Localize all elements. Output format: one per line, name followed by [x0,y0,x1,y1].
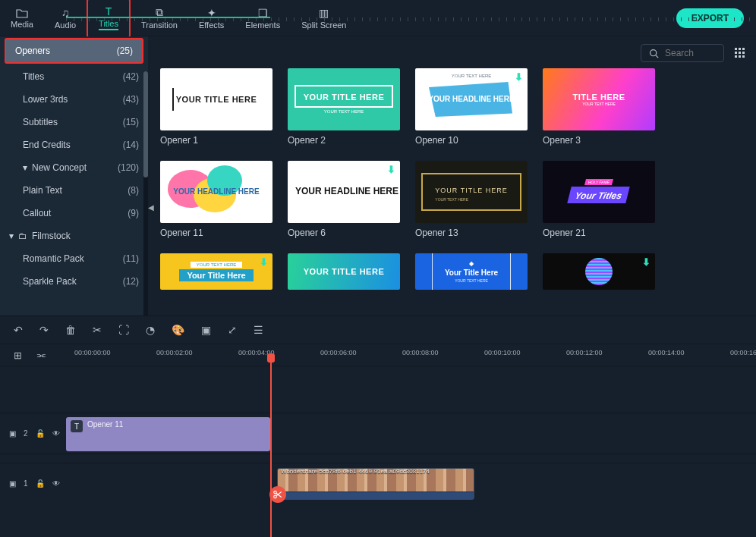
playhead[interactable] [270,355,272,537]
sidebar-item-end-credits[interactable]: End Credits (14) [0,133,148,156]
chevron-down-icon: ▾ [23,162,27,173]
lock-icon[interactable]: 🔓 [36,429,45,438]
eye-icon[interactable]: 👁 [52,429,60,438]
category-sidebar: Openers (25) Titles (42) Lower 3rds (43)… [0,36,148,316]
title-clip[interactable]: T Opener 11 [66,417,270,451]
collapse-sidebar-icon[interactable]: ◀ [148,203,154,212]
svg-rect-3 [742,48,745,50]
expand-icon[interactable]: ⤢ [228,324,237,336]
download-icon: ⬇ [642,256,650,268]
template-card[interactable]: YOUR HEADLINE HERE⬇ Opener 6 [288,161,400,238]
search-bar [148,36,756,68]
template-card[interactable]: TITLE HEREYOUR TEXT HERE Opener 3 [543,68,655,146]
link-icon[interactable]: ⫘ [36,350,46,361]
edit-toolbar: ↶ ↷ 🗑 ✂ ⛶ ◔ 🎨 ▣ ⤢ ☰ [0,316,756,344]
track-title: ▣ 2 🔓 👁 T Opener 11 [0,413,756,454]
sidebar-item-callout[interactable]: Callout (9) [0,202,148,225]
svg-point-0 [650,49,657,55]
search-box[interactable] [641,44,724,62]
sidebar-item-plain-text[interactable]: Plain Text (8) [0,179,148,202]
svg-rect-2 [739,48,741,50]
grid-view-icon[interactable] [735,48,745,58]
svg-rect-1 [735,48,737,50]
search-input[interactable] [665,48,718,58]
template-grid: YOUR TITLE HERE Opener 1 YOUR TITLE HERE… [148,68,756,316]
sidebar-item-sparkle-pack[interactable]: Sparkle Pack (12) [0,270,148,293]
text-icon: T [71,420,83,432]
svg-rect-9 [742,55,745,58]
green-screen-icon[interactable]: ▣ [201,324,211,336]
template-card[interactable]: YOUR TEXT HEREYOUR HEADLINE HERE⬇ Opener… [415,68,528,146]
template-card[interactable]: YOUR HEADLINE HERE Opener 11 [160,161,272,238]
scissors-icon[interactable] [269,486,286,503]
folder-icon [16,8,28,18]
undo-icon[interactable]: ↶ [14,324,23,336]
audio-waveform [278,491,474,499]
track-video: ▣ 1 🔓 👁 Wondershare-5cd78f6-6eb1-4469-91… [0,463,756,504]
template-card[interactable]: ⬇ [543,253,655,290]
color-icon[interactable]: 🎨 [172,324,184,336]
redo-icon[interactable]: ↷ [39,324,49,336]
svg-rect-5 [739,52,741,54]
sidebar-item-openers[interactable]: Openers (25) [6,39,142,62]
svg-rect-8 [739,55,741,58]
timeline: ⊞ ⫘ 00:00:00:00 00:00:02:00 00:00:04:00 … [0,344,756,537]
speed-icon[interactable]: ◔ [146,324,155,336]
chevron-down-icon: ▾ [9,231,14,241]
tab-media[interactable]: Media [0,0,44,36]
svg-rect-6 [742,52,745,54]
svg-rect-7 [735,55,737,58]
delete-icon[interactable]: 🗑 [65,324,76,336]
folder-icon: 🗀 [18,231,27,241]
template-card[interactable]: YOUR TITLE HERE [288,253,400,290]
track-toggle-icon[interactable]: ▣ [9,479,16,488]
svg-point-10 [274,491,277,494]
template-card[interactable]: YOUR TEXT HEREYour Title Here⬇ [160,253,272,290]
lock-icon[interactable]: 🔓 [36,479,45,488]
template-card[interactable]: HOLY FAMEYour Titles Opener 21 [543,161,655,238]
sidebar-item-titles[interactable]: Titles (42) [0,65,148,88]
sidebar-item-lower-3rds[interactable]: Lower 3rds (43) [0,88,148,111]
sidebar-item-filmstock[interactable]: ▾🗀Filmstock [0,225,148,247]
settings-sliders-icon[interactable]: ☰ [254,324,263,336]
eye-icon[interactable]: 👁 [52,479,60,488]
template-card[interactable]: YOUR TITLE HEREYOUR TEXT HERE Opener 2 [288,68,400,146]
svg-rect-4 [735,52,737,54]
track-toggle-icon[interactable]: ▣ [9,429,16,438]
template-card[interactable]: ◆Your Title HereYOUR TEXT HERE [415,253,528,290]
download-icon: ⬇ [515,71,523,83]
sidebar-item-subtitles[interactable]: Subtitles (15) [0,111,148,133]
download-icon: ⬇ [260,256,268,268]
search-icon [649,49,659,58]
template-card[interactable]: YOUR TITLE HEREYOUR TEXT HERE Opener 13 [415,161,528,238]
cut-icon[interactable]: ✂ [93,324,102,336]
timeline-ruler[interactable]: 00:00:00:00 00:00:02:00 00:00:04:00 00:0… [59,344,756,366]
add-track-icon[interactable]: ⊞ [14,350,22,361]
template-card[interactable]: YOUR TITLE HERE Opener 1 [160,68,272,146]
svg-point-11 [274,495,277,498]
text-icon: T [106,5,112,17]
sidebar-scrollbar[interactable] [143,71,148,316]
sidebar-item-romantic-pack[interactable]: Romantic Pack (11) [0,247,148,270]
sidebar-item-new-concept[interactable]: ▾New Concept (120) [0,156,148,179]
crop-icon[interactable]: ⛶ [118,324,129,336]
download-icon: ⬇ [387,164,395,175]
video-clip[interactable]: Wondershare-5cd78f6-6eb1-4469-91ea-a09dc… [277,468,474,500]
